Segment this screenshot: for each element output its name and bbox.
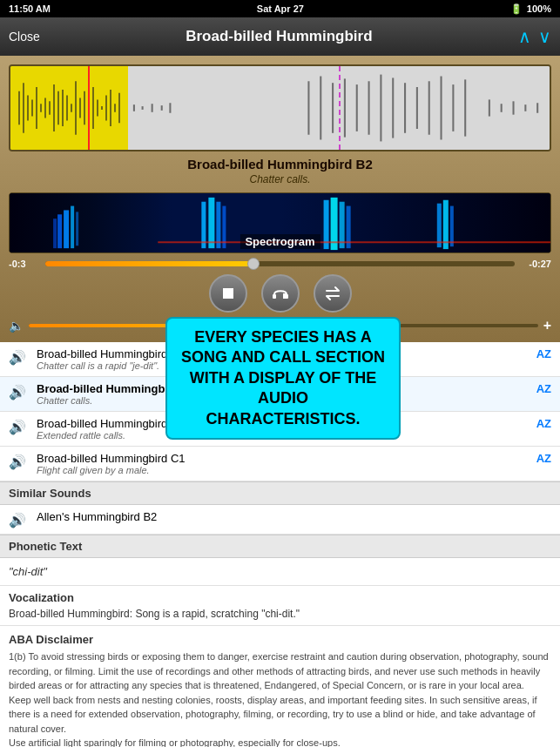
sound-az-b2[interactable]: AZ bbox=[534, 382, 551, 395]
nav-down-button[interactable]: ∨ bbox=[538, 26, 551, 47]
sound-icon-b3: 🔊 bbox=[9, 419, 30, 435]
recording-subtitle: Chatter calls. bbox=[9, 173, 551, 185]
svg-rect-106 bbox=[201, 202, 206, 248]
nav-bar: Close Broad-billed Hummingbird ∧ ∨ bbox=[0, 17, 560, 56]
spectrogram-container: Spectrogram bbox=[9, 192, 551, 253]
status-bar: 11:50 AM Sat Apr 27 🔋 100% bbox=[0, 0, 560, 17]
stop-button[interactable] bbox=[209, 274, 247, 313]
sound-desc-c1: Flight call given by a male. bbox=[37, 465, 527, 475]
phonetic-text: "chi-dit" bbox=[9, 565, 47, 578]
vocalization-section: Vocalization Broad-billed Hummingbird: S… bbox=[0, 586, 560, 626]
phonetic-header: Phonetic Text bbox=[0, 535, 560, 558]
phonetic-section: "chi-dit" bbox=[0, 558, 560, 586]
progress-bar[interactable] bbox=[45, 261, 515, 266]
volume-low-icon: 🔈 bbox=[9, 319, 24, 333]
aba-text: 1(b) To avoid stressing birds or exposin… bbox=[9, 649, 551, 747]
svg-rect-120 bbox=[285, 294, 288, 299]
recording-title: Broad-billed Hummingbird B2 bbox=[9, 157, 551, 172]
similar-sound-item[interactable]: 🔊 Allen's Hummingbird B2 bbox=[0, 505, 560, 535]
waveform-white bbox=[128, 66, 550, 150]
svg-rect-108 bbox=[216, 202, 220, 248]
svg-rect-107 bbox=[208, 198, 214, 248]
battery-level: 100% bbox=[527, 3, 551, 14]
volume-high-icon: + bbox=[543, 318, 551, 333]
svg-rect-101 bbox=[53, 219, 57, 248]
repeat-button[interactable] bbox=[314, 274, 352, 313]
aba-header: ABA Disclaimer bbox=[9, 633, 551, 646]
sound-name-c1: Broad-billed Hummingbird C1 bbox=[37, 452, 527, 465]
svg-rect-50 bbox=[128, 66, 550, 150]
svg-rect-112 bbox=[340, 202, 345, 248]
aba-section: ABA Disclaimer 1(b) To avoid stressing b… bbox=[0, 626, 560, 747]
battery-icon: 🔋 bbox=[510, 3, 523, 15]
tooltip-overlay: EVERY SPECIES HAS A SONG AND CALL SECTIO… bbox=[165, 317, 401, 440]
time-start: -0:3 bbox=[9, 259, 40, 269]
svg-rect-118 bbox=[223, 288, 233, 299]
sound-icon-b2: 🔊 bbox=[9, 384, 30, 400]
svg-rect-104 bbox=[71, 206, 74, 249]
vocalization-text: Broad-billed Hummingbird: Song is a rapi… bbox=[9, 608, 551, 620]
similar-sound-icon: 🔊 bbox=[9, 512, 30, 528]
sound-az-c1[interactable]: AZ bbox=[534, 452, 551, 465]
similar-sound-name: Allen's Hummingbird B2 bbox=[37, 510, 551, 523]
nav-title: Broad-billed Hummingbird bbox=[40, 28, 518, 45]
waveform-container[interactable] bbox=[9, 64, 551, 151]
sound-item-c1[interactable]: 🔊 Broad-billed Hummingbird C1 Flight cal… bbox=[0, 447, 560, 481]
spectrogram-label: Spectrogram bbox=[240, 234, 320, 249]
vocalization-label: Vocalization bbox=[9, 591, 551, 604]
svg-rect-105 bbox=[76, 212, 78, 246]
svg-rect-116 bbox=[450, 206, 454, 247]
audio-player: Broad-billed Hummingbird B2 Chatter call… bbox=[0, 56, 560, 342]
status-time: 11:50 AM bbox=[9, 3, 51, 14]
sound-az-b1[interactable]: AZ bbox=[534, 347, 551, 360]
svg-rect-114 bbox=[437, 204, 442, 248]
sound-icon-c1: 🔊 bbox=[9, 454, 30, 470]
svg-rect-102 bbox=[57, 214, 62, 248]
status-date: Sat Apr 27 bbox=[257, 3, 304, 14]
close-button[interactable]: Close bbox=[9, 30, 40, 44]
nav-up-button[interactable]: ∧ bbox=[518, 26, 531, 47]
sound-icon-b1: 🔊 bbox=[9, 349, 30, 366]
similar-sounds-header: Similar Sounds bbox=[0, 481, 560, 505]
svg-rect-103 bbox=[64, 210, 69, 248]
waveform-yellow bbox=[10, 66, 128, 150]
sound-az-b3[interactable]: AZ bbox=[534, 417, 551, 430]
headphone-button[interactable] bbox=[261, 274, 300, 313]
time-end: -0:27 bbox=[520, 259, 551, 269]
svg-rect-119 bbox=[273, 294, 276, 299]
